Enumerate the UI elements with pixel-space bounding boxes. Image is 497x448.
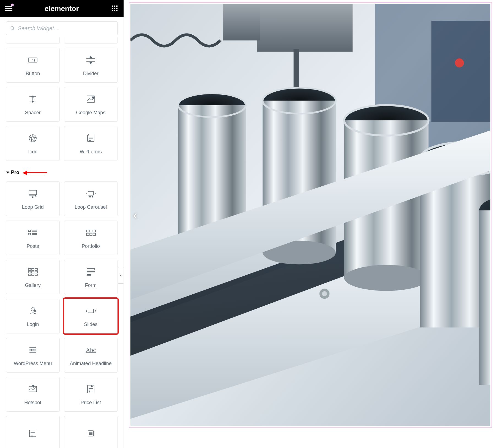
widget-label: WPForms: [79, 149, 103, 155]
widget-loop-carousel[interactable]: Loop Carousel: [64, 181, 118, 216]
widget-label: Slides: [83, 322, 99, 327]
svg-rect-58: [32, 271, 34, 273]
button-icon: [27, 54, 39, 66]
svg-rect-33: [29, 190, 37, 195]
widget-button[interactable]: Button: [6, 48, 60, 83]
caret-down-icon: [6, 172, 9, 173]
search-box[interactable]: [6, 21, 118, 35]
svg-rect-60: [28, 274, 31, 275]
svg-rect-42: [28, 230, 31, 232]
widget-posts[interactable]: Posts: [6, 221, 60, 255]
wordpress-menu-icon: [27, 344, 39, 356]
widget-slides[interactable]: Slides: [64, 299, 118, 333]
svg-point-76: [32, 385, 34, 387]
svg-point-40: [90, 197, 91, 197]
svg-rect-77: [88, 385, 94, 393]
slide-background-image: [130, 4, 490, 426]
portfolio-icon: [85, 227, 97, 239]
slides-icon: [85, 305, 97, 317]
svg-rect-55: [32, 268, 34, 270]
widget-divider[interactable]: Divider: [64, 48, 118, 83]
spacer-icon: [27, 93, 39, 105]
widget-portfolio[interactable]: Portfolio: [64, 221, 118, 255]
wpforms-icon: [85, 132, 97, 144]
svg-rect-95: [223, 4, 260, 40]
svg-rect-45: [28, 233, 31, 235]
widget-label: Loop Carousel: [73, 205, 108, 210]
apps-grid-icon: [112, 6, 118, 12]
svg-rect-59: [35, 271, 37, 273]
svg-rect-2: [5, 10, 12, 11]
widget-google-maps[interactable]: Google Maps: [64, 87, 118, 122]
svg-rect-6: [112, 8, 113, 9]
widget-label: Loop Grid: [21, 205, 45, 210]
notification-dot-icon: [11, 4, 14, 6]
brand-logo: elementor: [14, 4, 110, 13]
apps-grid-button[interactable]: [110, 4, 120, 13]
widget-icon[interactable]: Icon: [6, 126, 60, 161]
widget-hotspot[interactable]: Hotspot: [6, 377, 60, 412]
widget-label: Posts: [26, 244, 40, 249]
widget-tile-cut[interactable]: [6, 37, 60, 44]
widget-loop-grid[interactable]: Loop Grid: [6, 181, 60, 216]
form-icon: [85, 266, 97, 278]
widget-label: Icon: [27, 149, 39, 155]
svg-rect-61: [32, 274, 34, 275]
search-icon: [10, 26, 15, 31]
hotspot-icon: [27, 383, 39, 395]
widget-label: Price List: [80, 400, 102, 406]
search-input[interactable]: [18, 25, 113, 32]
more-a-icon: $: [27, 427, 39, 439]
widget-label: Portfolio: [81, 244, 101, 249]
svg-marker-23: [32, 101, 34, 102]
svg-rect-66: [87, 274, 91, 275]
slider-prev-arrow[interactable]: ‹: [133, 208, 137, 222]
widget-label: Login: [26, 322, 40, 327]
google-maps-icon: [85, 93, 97, 105]
widget-more-b[interactable]: [64, 416, 118, 448]
pro-section-label: Pro: [11, 170, 19, 175]
svg-marker-17: [90, 56, 92, 58]
widget-tile-cut[interactable]: [64, 37, 118, 44]
widget-wpforms[interactable]: WPForms: [64, 126, 118, 161]
svg-marker-18: [90, 62, 92, 64]
svg-rect-7: [114, 8, 115, 9]
svg-rect-10: [114, 10, 115, 11]
hamburger-menu-button[interactable]: [4, 4, 14, 13]
basic-widgets-grid: ButtonDividerSpacerGoogle MapsIconWPForm…: [0, 46, 124, 163]
svg-rect-92: [431, 21, 490, 122]
pro-widgets-grid: Loop GridLoop CarouselPostsPortfolioGall…: [0, 179, 124, 448]
svg-point-41: [92, 197, 93, 197]
svg-rect-69: [88, 309, 94, 313]
widget-login[interactable]: Login: [6, 299, 60, 333]
posts-icon: [27, 227, 39, 239]
widget-label: Spacer: [24, 110, 42, 116]
widget-more-a[interactable]: $: [6, 416, 60, 448]
widget-gallery[interactable]: Gallery: [6, 260, 60, 294]
svg-rect-120: [479, 210, 490, 385]
svg-rect-56: [35, 268, 37, 270]
divider-icon: [85, 54, 97, 66]
svg-point-93: [455, 58, 464, 67]
widget-form[interactable]: Form: [64, 260, 118, 294]
icon-icon: [27, 132, 39, 144]
widget-animated-headline[interactable]: AbcAnimated Headline: [64, 338, 118, 373]
chevron-left-icon: ‹: [133, 208, 137, 222]
svg-rect-8: [116, 8, 118, 9]
svg-text:$: $: [31, 435, 32, 437]
editor-canvas: ‹: [124, 0, 497, 448]
panel-header: elementor: [0, 0, 124, 17]
price-list-icon: $: [85, 383, 97, 395]
collapse-panel-handle[interactable]: ‹: [118, 267, 124, 284]
widget-price-list[interactable]: $Price List: [64, 377, 118, 412]
svg-line-13: [13, 29, 15, 30]
widget-wordpress-menu[interactable]: WordPress Menu: [6, 338, 60, 373]
pro-section-header[interactable]: Pro: [0, 163, 124, 179]
svg-rect-48: [86, 230, 89, 232]
svg-rect-81: [29, 430, 36, 437]
widget-spacer[interactable]: Spacer: [6, 87, 60, 122]
svg-rect-52: [90, 233, 92, 235]
red-arrow-annotation: [23, 171, 47, 175]
svg-rect-49: [90, 230, 92, 232]
widget-label: Google Maps: [75, 110, 106, 116]
